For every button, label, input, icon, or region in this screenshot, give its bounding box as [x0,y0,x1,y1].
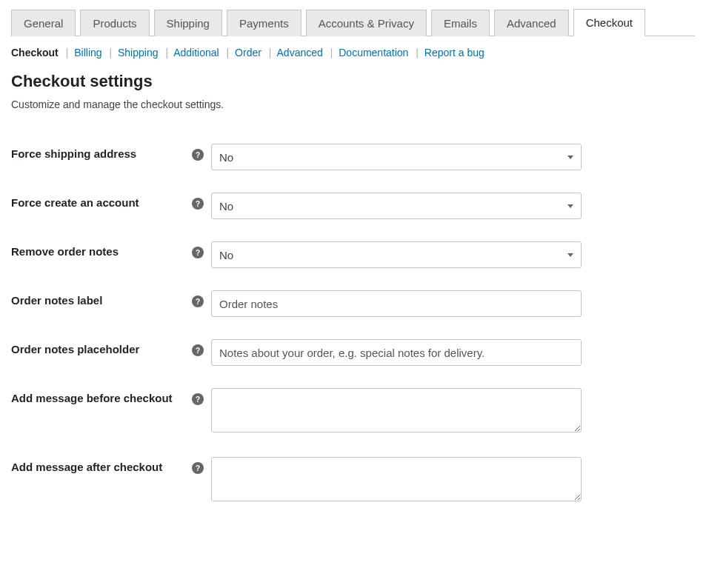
textarea-msg-after-checkout[interactable] [211,457,582,501]
subnav-shipping[interactable]: Shipping [118,47,159,59]
settings-tabs: General Products Shipping Payments Accou… [11,9,695,36]
subnav-billing[interactable]: Billing [74,47,101,59]
select-value: No [219,200,233,213]
subnav-report-bug[interactable]: Report a bug [424,47,484,59]
tab-accounts-privacy[interactable]: Accounts & Privacy [306,10,427,36]
textarea-msg-before-checkout[interactable] [211,388,582,432]
select-remove-order-notes[interactable]: No [211,241,582,268]
chevron-down-icon [567,204,573,208]
subnav-separator: | [416,47,419,59]
input-order-notes-placeholder[interactable] [211,339,582,366]
label-order-notes-placeholder: Order notes placeholder ? [11,328,211,377]
select-value: No [219,151,233,164]
tab-checkout[interactable]: Checkout [573,9,645,36]
label-force-shipping-address: Force shipping address ? [11,133,211,181]
subnav-separator: | [109,47,112,59]
section-description: Customize and manage the checkout settin… [11,98,695,110]
help-icon[interactable]: ? [192,247,204,258]
settings-form: Force shipping address ? No Force create… [11,133,695,515]
help-icon[interactable]: ? [192,344,204,356]
select-value: No [219,249,233,261]
subnav-advanced[interactable]: Advanced [277,47,323,59]
chevron-down-icon [567,253,573,257]
label-order-notes-label: Order notes label ? [11,279,211,328]
chevron-down-icon [567,156,573,159]
subnav-separator: | [330,47,333,59]
select-force-shipping-address[interactable]: No [211,144,582,170]
subnav-separator: | [66,47,69,59]
select-force-create-account[interactable]: No [211,193,582,219]
subnav-separator: | [165,47,168,59]
input-order-notes-label[interactable] [211,290,582,317]
help-icon[interactable]: ? [192,198,204,210]
subnav-checkout[interactable]: Checkout [11,47,59,59]
tab-shipping[interactable]: Shipping [154,10,222,36]
tab-advanced[interactable]: Advanced [494,10,569,36]
subnav: Checkout | Billing | Shipping | Addition… [11,47,695,59]
label-msg-before-checkout: Add message before checkout ? [11,377,211,446]
help-icon[interactable]: ? [192,295,204,307]
help-icon[interactable]: ? [192,149,204,161]
subnav-documentation[interactable]: Documentation [339,47,408,59]
tab-payments[interactable]: Payments [227,10,302,36]
help-icon[interactable]: ? [192,393,204,405]
label-msg-after-checkout: Add message after checkout ? [11,446,211,515]
label-remove-order-notes: Remove order notes ? [11,230,211,279]
section-title: Checkout settings [11,72,695,91]
tab-general[interactable]: General [11,10,76,36]
label-force-create-account: Force create an account ? [11,181,211,230]
tab-products[interactable]: Products [80,10,149,36]
subnav-additional[interactable]: Additional [173,47,219,59]
subnav-order[interactable]: Order [235,47,262,59]
tab-emails[interactable]: Emails [431,10,490,36]
subnav-separator: | [227,47,230,59]
help-icon[interactable]: ? [192,462,204,474]
subnav-separator: | [269,47,272,59]
